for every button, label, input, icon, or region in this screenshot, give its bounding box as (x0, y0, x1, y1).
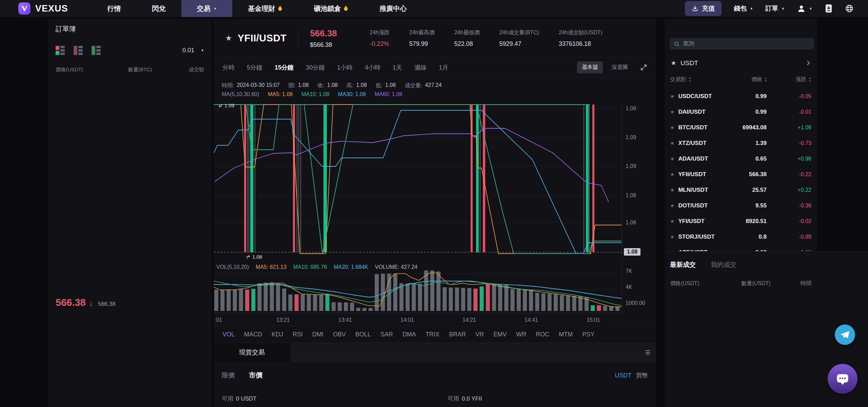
favorite-star-icon[interactable]: ★ (670, 171, 674, 178)
account-menu[interactable]: ▼ (797, 4, 812, 13)
fullscreen-icon[interactable] (640, 64, 647, 71)
volume-chart[interactable]: VOL(5,10,20) MA5: 621.13MA10: 685.76MA20… (214, 263, 656, 315)
pair-title: YFII/USDT (238, 33, 287, 44)
indicator-tab[interactable]: EMV (493, 331, 507, 338)
candlestick-chart[interactable]: 1.09 1.09 1.09 1.08 1.08 1.08 1.09 1.08 (214, 102, 656, 261)
vexus-logo-icon[interactable] (18, 2, 31, 15)
favorite-star-icon[interactable]: ★ (670, 234, 674, 240)
pair-row[interactable]: ★ STORJ/USDT 0.8 -0.89 (665, 229, 817, 245)
indicator-tab[interactable]: VR (475, 331, 484, 338)
panel-menu-icon[interactable] (646, 350, 650, 354)
indicator-tab[interactable]: RSI (293, 331, 303, 338)
orderbook-view-asks-icon[interactable] (74, 46, 83, 55)
indicator-tab[interactable]: MTM (559, 331, 573, 338)
col-price[interactable]: 價格 (716, 76, 767, 83)
nav-item[interactable]: 礦池鎖倉 ▼ (298, 0, 364, 17)
timeframe-tab[interactable]: 1月 (439, 63, 448, 72)
orderbook-view-both-icon[interactable] (56, 46, 65, 55)
timeframe-tab[interactable]: 30分鐘 (306, 63, 325, 72)
favorite-star-icon[interactable]: ★ (670, 93, 674, 99)
ticker-stat: 24h最高價 579.99 (409, 29, 435, 48)
order-form-header: 限價 市價 USDT 買幣 (214, 362, 656, 380)
indicator-tab[interactable]: BRAR (449, 331, 466, 338)
market-order-tab[interactable]: 市價 (249, 371, 262, 380)
nav-item[interactable]: 基金理財 ▼ (232, 0, 298, 17)
telegram-button[interactable] (835, 325, 855, 345)
favorite-star-icon[interactable]: ★ (670, 125, 674, 131)
download-app-icon[interactable] (825, 4, 833, 13)
nav-item[interactable]: 推廣中心 ▼ (364, 0, 422, 17)
indicator-tab[interactable]: ROC (536, 331, 549, 338)
timeframe-tab[interactable]: 週線 (414, 63, 427, 72)
search-input[interactable] (683, 40, 810, 47)
favorite-star-icon[interactable]: ★ (225, 34, 232, 43)
favorite-star-icon[interactable]: ★ (670, 156, 674, 162)
favorite-star-icon[interactable]: ★ (670, 187, 674, 193)
pair-row[interactable]: ★ BTC/USDT 69943.08 +1.09 (665, 120, 817, 135)
vol-y-tick: 4K (626, 284, 632, 290)
indicator-tab[interactable]: PSY (582, 331, 594, 338)
limit-order-tab[interactable]: 限價 (222, 371, 235, 380)
depth-view-button[interactable]: 深度圖 (612, 64, 628, 71)
pair-row[interactable]: ★ YFII/USDT 566.38 -0.22 (665, 167, 817, 182)
col-pair[interactable]: 交易對 (670, 76, 716, 83)
timeframe-tab[interactable]: 1小時 (337, 63, 353, 72)
indicator-tab[interactable]: KDJ (272, 331, 283, 338)
pair-row[interactable]: ★ YFI/USDT 8920.51 -0.02 (665, 214, 817, 229)
indicator-tab[interactable]: OBV (333, 331, 346, 338)
language-globe-icon[interactable] (845, 4, 854, 13)
basic-view-button[interactable]: 基本版 (577, 61, 603, 73)
indicator-tab[interactable]: WR (516, 331, 526, 338)
x-tick: 13:21 (276, 317, 290, 323)
orderbook-panel: 訂單簿 0.01 ▼ 價格(U (48, 19, 212, 407)
indicator-tab[interactable]: SAR (380, 331, 393, 338)
wallet-menu[interactable]: 錢包▼ (734, 4, 753, 13)
nav-item[interactable]: 閃兌 ▼ (137, 0, 181, 17)
precision-dropdown[interactable]: 0.01 ▼ (182, 47, 204, 54)
quote-currency-link[interactable]: USDT (615, 372, 631, 379)
indicator-tab[interactable]: MACD (244, 331, 262, 338)
x-tick: 13:41 (338, 317, 352, 323)
indicator-tab[interactable]: VOL (222, 331, 235, 338)
ticker-bar: ★ YFII/USDT 566.38 $566.38 24h漲跌 -0.22% … (214, 19, 656, 58)
orderbook-view-bids-icon[interactable] (92, 46, 101, 55)
pair-row[interactable]: ★ DAI/USDT 0.99 -0.01 (665, 104, 817, 120)
timeframe-tab[interactable]: 1天 (393, 63, 402, 72)
indicator-tab[interactable]: DMA (402, 331, 416, 338)
pair-row[interactable]: ★ XTZ/USDT 1.39 -0.73 (665, 135, 817, 151)
timeframe-tab[interactable]: 5分鐘 (247, 63, 262, 72)
favorite-star-icon[interactable]: ★ (670, 203, 674, 209)
pair-search[interactable] (670, 38, 814, 50)
pair-row[interactable]: ★ DOT/USDT 9.55 -0.36 (665, 198, 817, 214)
chevron-down-icon: ▼ (781, 7, 785, 11)
timeframe-tab[interactable]: 4小時 (365, 63, 380, 72)
pair-row[interactable]: ★ ADA/USDT 0.65 +0.98 (665, 151, 817, 167)
nav-item[interactable]: 行情 ▼ (92, 0, 137, 17)
indicator-tab[interactable]: TRIX (426, 331, 439, 338)
pair-row[interactable]: ★ APE/USDT 2.03 +1.15 (665, 245, 817, 251)
favorite-star-icon[interactable]: ★ (670, 140, 674, 146)
spot-trade-tab[interactable]: 現貨交易 (214, 343, 290, 362)
timeframe-tab[interactable]: 分時 (222, 63, 235, 72)
orders-menu[interactable]: 訂單▼ (765, 4, 785, 13)
orderbook-headers: 價格(USDT) 數量(BTC) 成交額 (56, 67, 204, 73)
pair-row[interactable]: ★ MLN/USDT 25.57 +0.22 (665, 182, 817, 198)
indicator-tab[interactable]: DMI (312, 331, 323, 338)
available-base: 可用0.0 YFII (448, 395, 482, 403)
favorite-star-icon[interactable]: ★ (670, 109, 674, 115)
my-trades-tab[interactable]: 我的成交 (711, 260, 736, 269)
latest-trades-tab[interactable]: 最新成交 (670, 260, 696, 269)
timeframe-tab[interactable]: 15分鐘 (275, 63, 294, 72)
nav-item[interactable]: 交易 ▼ (181, 0, 233, 17)
customer-service-button[interactable] (828, 364, 857, 394)
x-tick: 14:01 (400, 317, 414, 323)
sort-icon (808, 77, 811, 82)
indicator-tab[interactable]: BOLL (355, 331, 371, 338)
col-change[interactable]: 漲跌 (767, 76, 811, 83)
pair-row[interactable]: ★ USDC/USDT 0.99 -0.05 (665, 89, 817, 104)
ticker-stats: 24h漲跌 -0.22% 24h最高價 579.99 24h最低價 522.08 (370, 29, 602, 48)
deposit-button[interactable]: 充值 (685, 1, 722, 16)
price-down-arrow-icon: ↓ (89, 298, 93, 308)
favorite-star-icon[interactable]: ★ (670, 218, 674, 224)
market-group-usdt[interactable]: ★ USDT (671, 59, 811, 67)
